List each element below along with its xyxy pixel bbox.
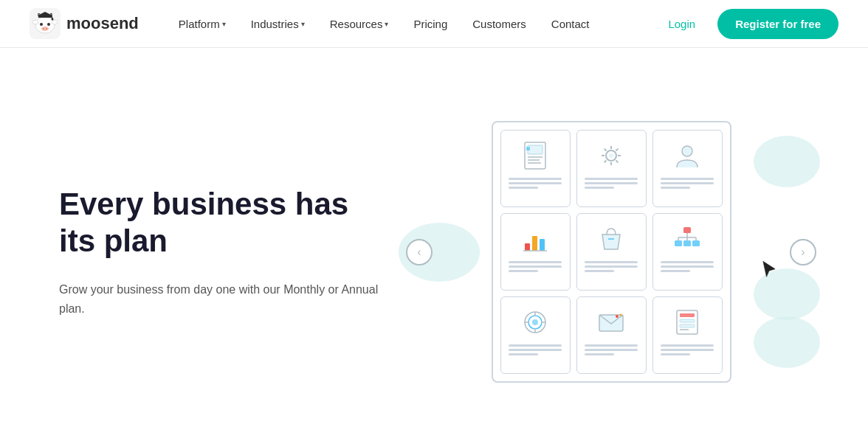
card-automation <box>500 296 571 374</box>
card-line <box>661 349 714 351</box>
svg-point-2 <box>32 20 38 24</box>
svg-point-5 <box>47 23 50 26</box>
card-line <box>585 270 614 272</box>
card-lines <box>585 261 638 272</box>
nav-item-pricing[interactable]: Pricing <box>403 12 458 36</box>
card-line <box>585 261 638 263</box>
svg-rect-41 <box>675 240 682 246</box>
card-lines <box>661 261 714 272</box>
card-line <box>585 265 638 268</box>
svg-line-25 <box>604 149 607 151</box>
nav-item-customers[interactable]: Customers <box>462 12 537 36</box>
user-icon <box>669 138 706 173</box>
svg-rect-30 <box>525 243 530 251</box>
card-lines <box>585 344 638 355</box>
logo-text: moosend <box>66 14 139 33</box>
card-lines <box>509 261 562 272</box>
svg-rect-31 <box>532 236 537 251</box>
card-line <box>509 344 562 347</box>
cursor-icon <box>759 260 779 285</box>
card-lines <box>661 344 714 355</box>
template-icon <box>517 138 554 173</box>
card-lines <box>509 178 562 189</box>
card-line <box>509 349 562 351</box>
nav-item-platform[interactable]: Platform ▾ <box>168 12 236 36</box>
nav-item-contact[interactable]: Contact <box>541 12 600 36</box>
svg-point-7 <box>43 28 44 29</box>
card-ecommerce <box>576 213 647 291</box>
card-line <box>661 270 690 272</box>
svg-point-29 <box>682 146 692 156</box>
svg-point-53 <box>620 314 622 316</box>
svg-rect-42 <box>683 240 691 246</box>
card-line <box>661 182 714 184</box>
next-arrow-button[interactable]: › <box>790 239 816 265</box>
svg-rect-32 <box>540 239 545 251</box>
prev-arrow-button[interactable]: ‹ <box>406 239 433 265</box>
card-line <box>509 178 562 180</box>
card-line <box>585 353 614 355</box>
form-icon <box>669 305 706 340</box>
shopping-bag-icon <box>593 221 630 257</box>
logo[interactable]: moosend <box>30 8 139 39</box>
card-line <box>585 178 638 180</box>
svg-rect-35 <box>683 227 691 233</box>
chevron-right-icon: › <box>801 246 805 259</box>
svg-rect-9 <box>38 15 52 18</box>
card-lines <box>661 178 714 189</box>
card-line <box>509 182 562 184</box>
card-lines <box>585 178 638 189</box>
card-line <box>585 182 638 184</box>
card-line <box>661 187 690 189</box>
svg-line-26 <box>616 161 619 163</box>
analytics-icon <box>517 221 554 257</box>
svg-rect-43 <box>692 240 700 246</box>
card-analytics <box>500 213 571 291</box>
svg-point-6 <box>41 27 49 31</box>
card-line <box>509 353 538 355</box>
chevron-down-icon: ▾ <box>385 20 388 28</box>
svg-point-52 <box>616 315 619 318</box>
chevron-down-icon: ▾ <box>301 20 305 28</box>
feature-card-grid <box>492 121 731 383</box>
card-line <box>509 265 562 268</box>
hero-title: Every business has its plan <box>59 186 384 260</box>
card-lines <box>509 344 562 355</box>
svg-line-28 <box>616 149 619 151</box>
blob-right-bot <box>754 316 820 368</box>
logo-icon <box>30 8 61 39</box>
card-template <box>500 130 571 207</box>
card-line <box>661 261 714 263</box>
card-line <box>585 349 638 351</box>
nav-item-resources[interactable]: Resources ▾ <box>320 12 399 36</box>
nav-item-industries[interactable]: Industries ▾ <box>241 12 315 36</box>
target-icon <box>517 305 554 340</box>
email-icon <box>593 305 630 340</box>
card-line <box>585 344 638 347</box>
main-content: Every business has its plan Grow your bu… <box>0 48 868 441</box>
card-form <box>652 296 723 374</box>
card-line <box>585 187 614 189</box>
svg-line-27 <box>604 161 607 163</box>
hero-left: Every business has its plan Grow your bu… <box>59 186 413 319</box>
svg-point-4 <box>40 23 43 26</box>
svg-point-20 <box>609 153 613 158</box>
nav: Platform ▾ Industries ▾ Resources ▾ Pric… <box>168 12 658 36</box>
card-line <box>509 187 538 189</box>
nav-right: Login Register for free <box>658 9 838 39</box>
svg-point-46 <box>532 319 538 325</box>
card-settings <box>576 130 647 207</box>
workflow-icon <box>669 221 706 257</box>
login-button[interactable]: Login <box>658 12 706 36</box>
card-line <box>661 344 714 347</box>
svg-point-12 <box>52 18 54 21</box>
card-line <box>661 178 714 180</box>
settings-icon <box>593 138 630 173</box>
chevron-left-icon: ‹ <box>417 246 421 259</box>
header: moosend Platform ▾ Industries ▾ Resource… <box>0 0 868 48</box>
hero-subtitle: Grow your business from day one with our… <box>59 280 384 318</box>
svg-rect-55 <box>680 313 695 317</box>
card-line <box>661 353 690 355</box>
register-button[interactable]: Register for free <box>717 9 838 39</box>
card-grid <box>500 130 723 374</box>
